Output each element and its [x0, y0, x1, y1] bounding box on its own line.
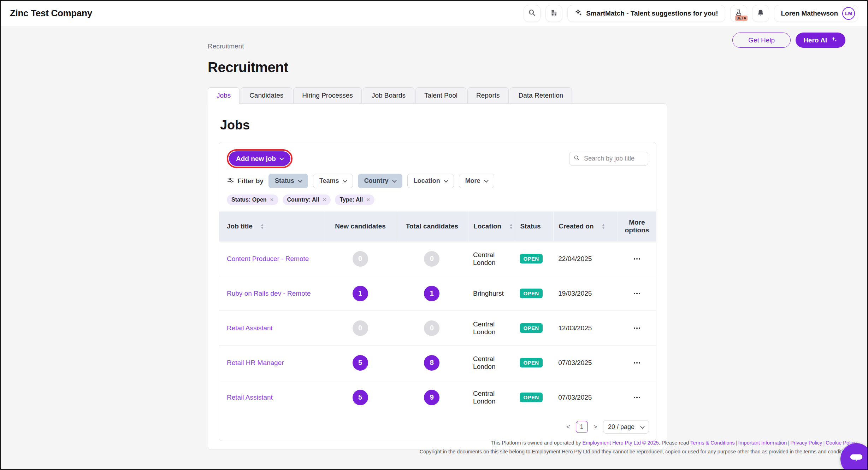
pagination: < 1 > 20 / page: [219, 414, 656, 441]
total-candidates-badge[interactable]: 9: [424, 390, 439, 405]
chip-label: Type: All: [339, 197, 363, 203]
chevron-down-icon: [640, 424, 645, 429]
chevron-down-icon: [444, 178, 448, 183]
filter-chip: Country: All×: [283, 195, 331, 205]
status-badge: OPEN: [520, 358, 542, 367]
user-menu[interactable]: Loren Mathewson LM: [774, 5, 858, 22]
filter-label: Location: [414, 177, 440, 185]
footer-text: . Please read: [659, 440, 690, 446]
organisation-button[interactable]: [545, 5, 562, 22]
page-size-select[interactable]: 20 / page: [603, 420, 649, 434]
created-on-text: 07/03/2025: [558, 394, 592, 401]
jobs-table: Job title New candidates Total candidate…: [219, 211, 656, 414]
filter-label: Status: [275, 177, 294, 185]
new-candidates-badge[interactable]: 5: [353, 390, 368, 405]
total-candidates-badge[interactable]: 0: [424, 251, 439, 267]
top-bar-actions: SmartMatch - Talent suggestions for you!…: [524, 5, 858, 22]
tab-jobs[interactable]: Jobs: [208, 87, 240, 104]
chevron-down-icon: [484, 178, 489, 183]
smartmatch-button[interactable]: SmartMatch - Talent suggestions for you!: [567, 5, 725, 22]
user-name: Loren Mathewson: [781, 10, 838, 17]
close-icon[interactable]: ×: [323, 196, 326, 203]
sparkle-icon: [575, 8, 583, 18]
filter-location[interactable]: Location: [407, 174, 454, 188]
employment-hero-link[interactable]: Employment Hero Pty Ltd © 2025: [583, 440, 659, 446]
previous-page-button[interactable]: <: [565, 423, 572, 431]
filter-label: Country: [364, 177, 389, 185]
more-options-button[interactable]: [636, 293, 638, 294]
tab-bar: Jobs Candidates Hiring Processes Job Boa…: [208, 87, 667, 103]
jobs-toolbar: Add new job: [219, 142, 656, 173]
new-candidates-badge[interactable]: 0: [353, 251, 368, 267]
column-job-title: Job title: [219, 211, 325, 241]
more-options-button[interactable]: [636, 397, 638, 398]
close-icon[interactable]: ×: [366, 196, 370, 203]
sparkle-icon: [831, 36, 838, 45]
status-badge: OPEN: [520, 254, 542, 263]
jobs-panel: Jobs Add new job: [208, 103, 667, 450]
more-options-button[interactable]: [636, 362, 638, 364]
new-candidates-badge[interactable]: 1: [353, 286, 368, 301]
total-candidates-badge[interactable]: 8: [424, 355, 439, 371]
job-title-link[interactable]: Content Producer - Remote: [227, 255, 309, 263]
job-title-link[interactable]: Retail Assistant: [227, 394, 273, 401]
sort-icon[interactable]: [602, 223, 606, 230]
sliders-icon: [227, 176, 234, 186]
privacy-policy-link[interactable]: Privacy Policy: [790, 440, 822, 446]
page-number[interactable]: 1: [576, 421, 588, 433]
job-title-link[interactable]: Retail HR Manager: [227, 359, 284, 367]
total-candidates-badge[interactable]: 1: [424, 286, 439, 301]
search-button[interactable]: [524, 5, 541, 22]
search-input[interactable]: [583, 155, 644, 163]
smartmatch-label: SmartMatch - Talent suggestions for you!: [586, 10, 718, 17]
chip-label: Status: Open: [231, 197, 267, 203]
close-icon[interactable]: ×: [270, 196, 274, 203]
labs-button[interactable]: BETA: [730, 5, 747, 22]
column-created-on: Created on: [553, 211, 618, 241]
breadcrumb[interactable]: Recruitment: [208, 42, 667, 50]
help-actions: Get Help Hero AI: [732, 33, 845, 48]
filter-country[interactable]: Country: [358, 174, 402, 188]
column-new-candidates: New candidates: [325, 211, 395, 241]
filter-status[interactable]: Status: [268, 174, 308, 188]
job-title-link[interactable]: Ruby on Rails dev - Remote: [227, 290, 311, 297]
tab-talent-pool[interactable]: Talent Pool: [415, 87, 466, 103]
sort-icon[interactable]: [509, 223, 513, 230]
new-candidates-badge[interactable]: 5: [353, 355, 368, 371]
jobs-list-container: Add new job: [219, 142, 656, 441]
important-information-link[interactable]: Important Information: [738, 440, 787, 446]
footer-text: This Platform is owned and operated by: [491, 440, 583, 446]
hero-ai-button[interactable]: Hero AI: [796, 33, 845, 48]
get-help-button[interactable]: Get Help: [732, 33, 791, 48]
notifications-button[interactable]: [752, 5, 769, 22]
tab-hiring-processes[interactable]: Hiring Processes: [293, 87, 362, 103]
chevron-down-icon: [279, 156, 284, 161]
building-icon: [550, 9, 558, 18]
job-title-link[interactable]: Retail Assistant: [227, 324, 273, 332]
chevron-down-icon: [343, 178, 347, 183]
more-options-button[interactable]: [636, 258, 638, 260]
filter-more[interactable]: More: [459, 174, 494, 188]
filter-by: Filter by: [227, 176, 264, 186]
chip-label: Country: All: [287, 197, 319, 203]
location-text: Central London: [473, 320, 510, 336]
new-candidates-badge[interactable]: 0: [353, 320, 368, 336]
total-candidates-badge[interactable]: 0: [424, 320, 439, 336]
beta-badge: BETA: [735, 16, 748, 21]
tab-job-boards[interactable]: Job Boards: [363, 87, 414, 103]
annotation-highlight: Add new job: [227, 149, 293, 168]
terms-link[interactable]: Terms & Conditions: [690, 440, 735, 446]
filter-row: Filter by Status Teams Country Location: [219, 173, 656, 188]
created-on-text: 19/03/2025: [558, 290, 592, 297]
more-options-button[interactable]: [636, 327, 638, 329]
filter-teams[interactable]: Teams: [313, 174, 353, 188]
add-new-job-button[interactable]: Add new job: [229, 151, 290, 166]
tab-reports[interactable]: Reports: [467, 87, 509, 103]
sort-icon[interactable]: [260, 223, 264, 230]
next-page-button[interactable]: >: [592, 423, 599, 431]
tab-candidates[interactable]: Candidates: [241, 87, 292, 103]
app-window: Zinc Test Company SmartMatch - Talent su…: [0, 0, 868, 470]
footer-line-2: Copyright in the documents on this site …: [235, 447, 857, 456]
top-bar: Zinc Test Company SmartMatch - Talent su…: [1, 1, 867, 26]
tab-data-retention[interactable]: Data Retention: [510, 87, 572, 103]
